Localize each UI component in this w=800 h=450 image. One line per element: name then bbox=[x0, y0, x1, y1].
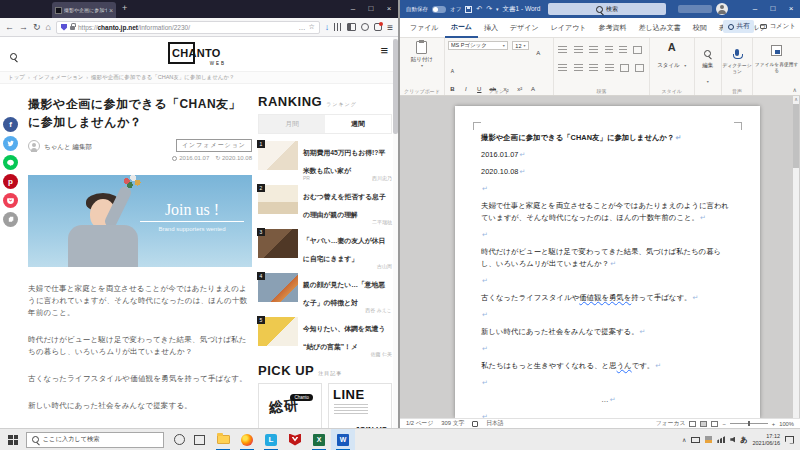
accessibility-icon[interactable] bbox=[472, 421, 478, 427]
pocket-share-icon[interactable] bbox=[3, 193, 18, 208]
pickup-card-line[interactable]: LINE JOIN US bbox=[328, 383, 392, 428]
tab-close-icon[interactable]: × bbox=[109, 7, 113, 14]
dictate-icon[interactable] bbox=[735, 49, 739, 56]
undo-icon[interactable]: ↶ bbox=[476, 5, 482, 13]
doc-paragraph[interactable]: 夫婦で仕事と家庭とを両立させることが今ではあたりまえのように言われていますが、そ… bbox=[481, 200, 736, 224]
tab-layout[interactable]: レイアウト bbox=[545, 18, 593, 37]
taskbar-file-explorer[interactable] bbox=[211, 429, 235, 450]
styles-icon[interactable]: A bbox=[650, 41, 694, 53]
tab-monthly[interactable]: 月間 bbox=[259, 115, 325, 133]
editing-button[interactable]: 編集 bbox=[695, 62, 721, 69]
bullet-list-button[interactable] bbox=[558, 46, 567, 54]
paragraph-group-label[interactable]: 段落 bbox=[554, 88, 649, 94]
ranking-item[interactable]: 3 「ヤバい…妻の友人が休日に自宅にきます」吉山周 bbox=[258, 229, 392, 265]
collapse-ribbon-icon[interactable]: ∧ bbox=[793, 86, 797, 93]
doc-paragraph[interactable]: 時代だけがビューと駆け足で変わってきた結果、気づけば私たちの暮らし、いろいろムリ… bbox=[481, 246, 736, 270]
reuse-files-icon[interactable] bbox=[771, 45, 782, 56]
tray-expand-icon[interactable]: ∧ bbox=[682, 436, 686, 443]
doc-empty-line[interactable] bbox=[481, 229, 736, 241]
page-indicator[interactable]: 1/2 ページ bbox=[406, 419, 433, 428]
save-icon[interactable] bbox=[465, 6, 472, 13]
maximize-button[interactable]: □ bbox=[764, 0, 782, 18]
doc-empty-line[interactable] bbox=[481, 183, 736, 195]
clipboard-group-label[interactable]: クリップボード bbox=[400, 88, 444, 94]
browser-tab[interactable]: 撮影や企画に参加できる「CHAN… × bbox=[52, 2, 116, 18]
web-layout-button[interactable] bbox=[711, 421, 718, 427]
site-logo[interactable]: CHANTO WEB bbox=[168, 42, 232, 66]
share-button[interactable]: 共有 bbox=[723, 20, 754, 33]
display-tray-icon[interactable] bbox=[691, 437, 700, 443]
taskbar-line[interactable]: L bbox=[259, 429, 283, 450]
ime-indicator[interactable]: あ bbox=[740, 435, 747, 445]
multilevel-list-button[interactable] bbox=[589, 46, 598, 54]
sidebar-icon[interactable] bbox=[347, 23, 356, 31]
tab-review[interactable]: 校閲 bbox=[687, 18, 713, 37]
doc-empty-line[interactable] bbox=[481, 343, 736, 355]
hero-image[interactable]: Join us ! Brand supporters wented bbox=[28, 175, 252, 267]
ranking-item[interactable]: 2 おむつ替えを拒否する息子の理由が親の理解二平瑞穂 bbox=[258, 185, 392, 221]
line-share-icon[interactable] bbox=[3, 155, 18, 170]
zoom-out-button[interactable]: − bbox=[722, 421, 725, 427]
pinterest-share-icon[interactable]: p bbox=[3, 174, 18, 189]
font-group-label[interactable]: フォント bbox=[445, 88, 553, 94]
scroll-up-icon[interactable]: ∧ bbox=[793, 96, 799, 103]
doc-empty-line[interactable] bbox=[481, 275, 736, 287]
justify-button[interactable] bbox=[605, 64, 614, 72]
zoom-level[interactable]: 100% bbox=[779, 421, 794, 427]
sort-button[interactable] bbox=[633, 46, 642, 54]
qat-caret-icon[interactable]: ▾ bbox=[496, 6, 499, 12]
account-icon[interactable] bbox=[361, 23, 369, 31]
editing-caret-icon[interactable]: ▾ bbox=[707, 79, 709, 84]
line-spacing-button[interactable] bbox=[620, 64, 629, 72]
taskbar-mcafee[interactable] bbox=[283, 429, 307, 450]
scrollbar-thumb[interactable] bbox=[793, 104, 799, 168]
extension-icon[interactable] bbox=[374, 23, 382, 31]
align-center-button[interactable] bbox=[574, 64, 583, 72]
breadcrumb-home[interactable]: トップ bbox=[8, 74, 25, 81]
taskbar-search[interactable]: ここに入力して検索 bbox=[26, 432, 164, 448]
paste-button[interactable]: 貼り付け bbox=[411, 56, 433, 63]
document-page[interactable]: 撮影や企画に参加できる「CHAN友」に参加しませんか？ 2016.01.07 2… bbox=[455, 106, 760, 418]
borders-button[interactable] bbox=[635, 64, 644, 72]
tab-home[interactable]: ホーム bbox=[445, 17, 478, 38]
close-button[interactable]: × bbox=[782, 0, 800, 18]
author-name[interactable]: ちゃんと 編集部 bbox=[44, 143, 92, 152]
increase-indent-button[interactable] bbox=[619, 46, 627, 54]
copy-link-icon[interactable] bbox=[3, 212, 18, 227]
clock[interactable]: 17:12 2021/06/16 bbox=[752, 433, 780, 446]
styles-group-label[interactable]: スタイル bbox=[650, 88, 694, 94]
reuse-files-button[interactable]: ファイルを再使用する bbox=[753, 62, 800, 73]
zoom-slider[interactable] bbox=[730, 423, 768, 424]
start-button[interactable] bbox=[0, 429, 26, 450]
onedrive-tray-icon[interactable] bbox=[705, 436, 712, 443]
facebook-share-icon[interactable]: f bbox=[3, 117, 18, 132]
language-indicator[interactable]: 日本語 bbox=[486, 419, 503, 428]
tab-weekly[interactable]: 週間 bbox=[325, 115, 391, 133]
print-layout-button[interactable] bbox=[700, 421, 707, 427]
tab-file[interactable]: ファイル bbox=[404, 18, 445, 37]
doc-line[interactable]: 2016.01.07 bbox=[481, 149, 736, 161]
styles-caret-icon[interactable]: ▾ bbox=[684, 63, 686, 68]
close-button[interactable]: × bbox=[380, 0, 398, 18]
pickup-card-soken[interactable]: 総研 Chanto bbox=[258, 383, 322, 428]
decrease-indent-button[interactable] bbox=[605, 46, 613, 54]
font-size-select[interactable]: 12▾ bbox=[512, 41, 529, 50]
char-count[interactable]: 309 文字 bbox=[441, 419, 464, 428]
user-avatar[interactable] bbox=[716, 3, 728, 15]
focus-mode-button[interactable]: フォーカス bbox=[656, 419, 686, 428]
taskbar-excel[interactable]: X bbox=[307, 429, 331, 450]
doc-empty-line[interactable] bbox=[481, 411, 736, 418]
comments-button[interactable]: コメント bbox=[760, 22, 796, 31]
doc-paragraph[interactable]: … bbox=[481, 394, 736, 406]
minimize-button[interactable]: – bbox=[344, 0, 362, 18]
document-text[interactable]: 撮影や企画に参加できる「CHAN友」に参加しませんか？ 2016.01.07 2… bbox=[481, 132, 736, 418]
minimize-button[interactable]: – bbox=[746, 0, 764, 18]
ranking-item[interactable]: 1 初期費用45万円もお得!?平米数も広い家がPR西川忠乃 bbox=[258, 141, 392, 177]
downloads-icon[interactable]: ↓ bbox=[325, 22, 330, 32]
bookmark-star-icon[interactable]: ☆ bbox=[308, 23, 314, 31]
word-search-box[interactable]: 検索 bbox=[548, 3, 666, 15]
dictate-button[interactable]: ディクテーション bbox=[722, 63, 752, 74]
volume-icon[interactable] bbox=[730, 437, 735, 443]
site-menu-icon[interactable]: ≡ bbox=[380, 43, 388, 58]
doc-paragraph[interactable]: 新しい時代にあった社会をみんなで提案する。 bbox=[481, 326, 736, 338]
